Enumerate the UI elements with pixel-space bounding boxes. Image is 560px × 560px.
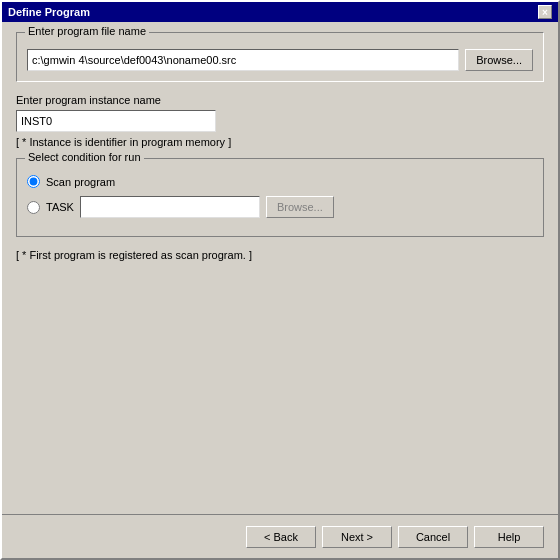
instance-label: Enter program instance name [16, 94, 544, 106]
task-radio-label[interactable]: TASK [46, 201, 74, 213]
file-section-legend: Enter program file name [25, 25, 149, 37]
bottom-bar: < Back Next > Cancel Help [2, 514, 558, 558]
content-area: Enter program file name Browse... Enter … [2, 22, 558, 281]
instance-info: [ * Instance is identifier in program me… [16, 136, 544, 148]
help-button[interactable]: Help [474, 526, 544, 548]
task-input[interactable] [80, 196, 260, 218]
cancel-label: Cancel [416, 531, 450, 543]
instance-input[interactable] [16, 110, 216, 132]
file-input[interactable] [27, 49, 459, 71]
task-radio[interactable] [27, 201, 40, 214]
back-button[interactable]: < Back [246, 526, 316, 548]
help-label: Help [498, 531, 521, 543]
condition-note: [ * First program is registered as scan … [16, 249, 544, 261]
file-section: Enter program file name Browse... [16, 32, 544, 82]
instance-section: Enter program instance name [16, 94, 544, 132]
next-label: Next > [341, 531, 373, 543]
title-bar: Define Program × [2, 2, 558, 22]
define-program-window: Define Program × Enter program file name… [0, 0, 560, 560]
file-browse-button[interactable]: Browse... [465, 49, 533, 71]
back-label: < Back [264, 531, 298, 543]
condition-section: Select condition for run Scan program TA… [16, 158, 544, 237]
scan-radio-label[interactable]: Scan program [46, 176, 115, 188]
condition-legend: Select condition for run [25, 151, 144, 163]
close-button[interactable]: × [538, 5, 552, 19]
task-browse-button: Browse... [266, 196, 334, 218]
window-title: Define Program [8, 6, 90, 18]
next-button[interactable]: Next > [322, 526, 392, 548]
scan-radio[interactable] [27, 175, 40, 188]
cancel-button[interactable]: Cancel [398, 526, 468, 548]
